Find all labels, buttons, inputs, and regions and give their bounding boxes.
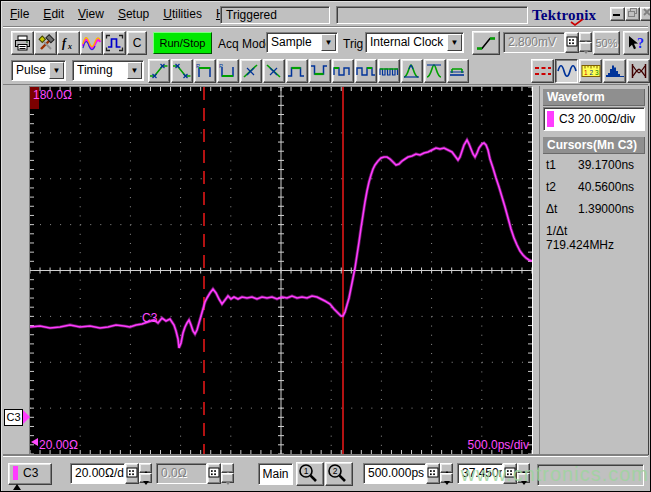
inv-delta-t-value: 719.424MHz [546, 238, 614, 252]
tools-button[interactable] [34, 31, 57, 55]
context-help-button[interactable]: ? [623, 31, 649, 55]
step-down-icon[interactable] [579, 42, 592, 52]
high-level-icon [287, 62, 307, 80]
negative-width-button[interactable]: P [217, 59, 239, 83]
menu-utilities[interactable]: Utilities [156, 3, 209, 25]
t1-label: t1 [546, 158, 578, 172]
svg-text:x: x [67, 42, 72, 51]
waveform-entry-label: C3 20.00Ω/div [559, 112, 635, 126]
formula-button[interactable]: fx [57, 31, 80, 55]
signal-type-value: Pulse [16, 63, 48, 77]
step-up-icon[interactable] [517, 463, 530, 473]
close-button[interactable] [640, 7, 651, 21]
channel-position-marker[interactable]: C3 [4, 409, 29, 426]
channel-select-button[interactable]: C3 [8, 463, 52, 485]
menu-setup[interactable]: Setup [111, 3, 156, 25]
keypad-icon [504, 466, 516, 482]
chevron-down-icon[interactable]: ▼ [321, 34, 336, 51]
horizontal-scale-field[interactable]: 500.000ps [363, 463, 426, 484]
rising-slope-icon [475, 34, 497, 52]
menu-edit[interactable]: Edit [36, 3, 71, 25]
low-level-button[interactable] [309, 59, 331, 83]
menu-file[interactable]: File [3, 3, 36, 25]
delta-t-value: 1.39000ns [578, 202, 634, 216]
histogram-button[interactable] [603, 59, 626, 83]
menu-view[interactable]: View [71, 3, 111, 25]
step-down-icon[interactable] [221, 473, 234, 483]
cursor-readout-row: Δt1.39000ns [546, 202, 646, 220]
cursors-button[interactable] [531, 59, 554, 83]
fall-time-button[interactable] [171, 59, 193, 83]
step-down-icon[interactable] [139, 473, 152, 483]
vertical-scale-stepper[interactable] [139, 463, 152, 484]
flat-top-button[interactable] [447, 59, 469, 83]
vertical-offset-keypad-button[interactable] [207, 463, 221, 484]
waveform-style-button[interactable] [80, 31, 103, 55]
horizontal-scale-keypad-button[interactable] [426, 463, 440, 484]
step-up-icon[interactable] [221, 463, 234, 473]
set-50-button[interactable]: 50% [593, 31, 620, 55]
fall-time-icon [172, 62, 192, 80]
waveform-graticule[interactable] [30, 87, 532, 454]
clear-button[interactable]: C [127, 31, 147, 55]
measurement-readout-icon: 123 [581, 62, 601, 80]
waveform-entry[interactable]: C3 20.00Ω/div [543, 107, 645, 131]
measure-toolbar: Pulse ▼ Timing ▼ PP 123 [3, 57, 648, 85]
trig-level-stepper[interactable] [579, 32, 592, 53]
t2-label: t2 [546, 180, 578, 194]
period-button[interactable] [332, 59, 354, 83]
chevron-down-icon[interactable]: ▼ [127, 62, 142, 79]
trig-level-keypad-button[interactable] [565, 32, 579, 53]
plot-area[interactable]: 180.0Ω 20.00Ω 500.0ps/div C3 [29, 86, 533, 455]
measurement-readout-button[interactable]: 123 [579, 59, 602, 83]
step-up-icon[interactable] [579, 32, 592, 42]
trig-level-field[interactable]: 2.800mV [503, 32, 565, 53]
positive-overshoot-button[interactable] [401, 59, 423, 83]
step-up-icon[interactable] [139, 463, 152, 473]
step-up-icon[interactable] [440, 463, 453, 473]
vertical-scale-field[interactable]: 20.00Ω/di [70, 463, 125, 484]
chevron-up-icon [13, 484, 21, 490]
positive-width-button[interactable]: P [194, 59, 216, 83]
peak-amplitude-button[interactable] [424, 59, 446, 83]
ground-ref-arrow-icon [31, 438, 38, 446]
negative-crossing-button[interactable] [263, 59, 285, 83]
chevron-down-icon[interactable]: ▼ [49, 62, 64, 79]
zoom1-button[interactable]: 1 [296, 462, 324, 486]
trig-source-select[interactable]: Internal Clock ▼ [365, 32, 464, 53]
vertical-offset-field[interactable]: 0.0Ω [156, 463, 207, 484]
step-down-icon[interactable] [517, 473, 530, 483]
horizontal-position-field[interactable]: 37.450n [457, 463, 503, 484]
frequency-button[interactable] [378, 59, 400, 83]
run-stop-button[interactable]: Run/Stop [153, 32, 212, 54]
cursor-readout-row: t240.5600ns [546, 180, 646, 198]
period-icon [333, 62, 353, 80]
vertical-offset-stepper[interactable] [221, 463, 234, 484]
rise-time-button[interactable] [148, 59, 170, 83]
trig-slope-button[interactable] [472, 31, 500, 55]
vertical-scale-keypad-button[interactable] [125, 463, 139, 484]
eye-diagram-button[interactable] [627, 59, 650, 83]
chevron-down-icon[interactable]: ▼ [447, 34, 462, 51]
horizontal-position-stepper[interactable] [517, 463, 530, 484]
minimize-button[interactable] [610, 7, 625, 21]
acq-mode-select[interactable]: Sample ▼ [266, 32, 338, 53]
magnifier-1-icon: 1 [297, 472, 319, 486]
meas-category-select[interactable]: Timing ▼ [72, 60, 144, 81]
waveform-header: Waveform [543, 89, 645, 106]
print-button[interactable] [11, 31, 34, 55]
horizontal-scale-stepper[interactable] [440, 463, 453, 484]
signal-type-select[interactable]: Pulse ▼ [11, 60, 66, 81]
pulse-autoset-button[interactable] [103, 31, 126, 55]
step-down-icon[interactable] [440, 473, 453, 483]
waveform-display-button[interactable] [555, 59, 578, 83]
high-level-button[interactable] [286, 59, 308, 83]
zoom2-button[interactable]: 2 [325, 462, 353, 486]
restore-button[interactable] [625, 7, 640, 21]
frequency-icon [379, 62, 399, 80]
positive-crossing-button[interactable] [240, 59, 262, 83]
duty-cycle-button[interactable] [355, 59, 377, 83]
horizontal-position-keypad-button[interactable] [503, 463, 517, 484]
channel-marker-arrow-icon [23, 410, 30, 424]
main-area: 180.0Ω 20.00Ω 500.0ps/div C3 C3 Waveform… [3, 85, 650, 456]
